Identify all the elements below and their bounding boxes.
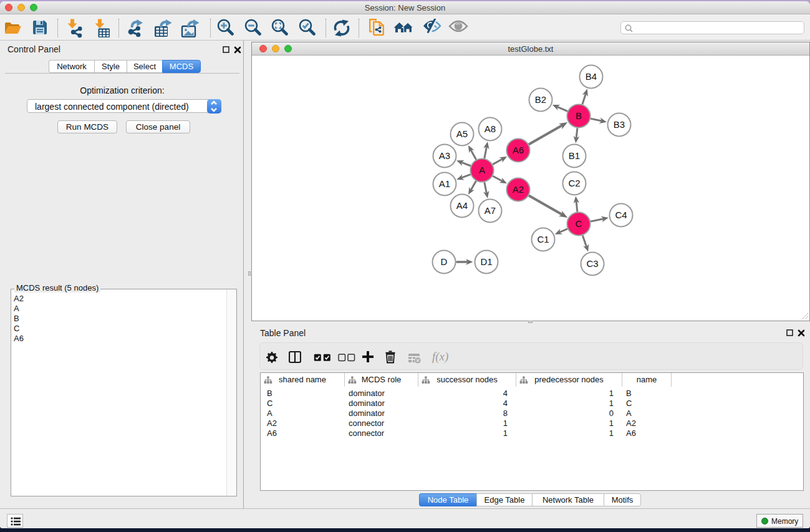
svg-text:D1: D1	[480, 256, 492, 267]
svg-text:B3: B3	[614, 119, 625, 130]
svg-text:A4: A4	[456, 200, 468, 211]
svg-text:A6: A6	[513, 145, 524, 155]
svg-text:B: B	[576, 110, 582, 121]
svg-text:A2: A2	[513, 184, 524, 195]
svg-text:A3: A3	[439, 150, 450, 161]
svg-text:C: C	[576, 218, 582, 229]
svg-text:C2: C2	[568, 178, 580, 188]
svg-text:C3: C3	[586, 258, 598, 269]
svg-text:B1: B1	[569, 150, 580, 161]
svg-text:A1: A1	[439, 178, 450, 189]
svg-text:B4: B4	[586, 71, 597, 82]
svg-text:C1: C1	[537, 234, 549, 244]
svg-text:A8: A8	[485, 123, 496, 134]
svg-text:A5: A5	[456, 128, 468, 139]
svg-text:A: A	[479, 165, 485, 175]
svg-text:D: D	[441, 256, 448, 267]
svg-text:B2: B2	[535, 94, 546, 105]
svg-text:C4: C4	[615, 210, 627, 220]
svg-text:A7: A7	[485, 205, 496, 216]
